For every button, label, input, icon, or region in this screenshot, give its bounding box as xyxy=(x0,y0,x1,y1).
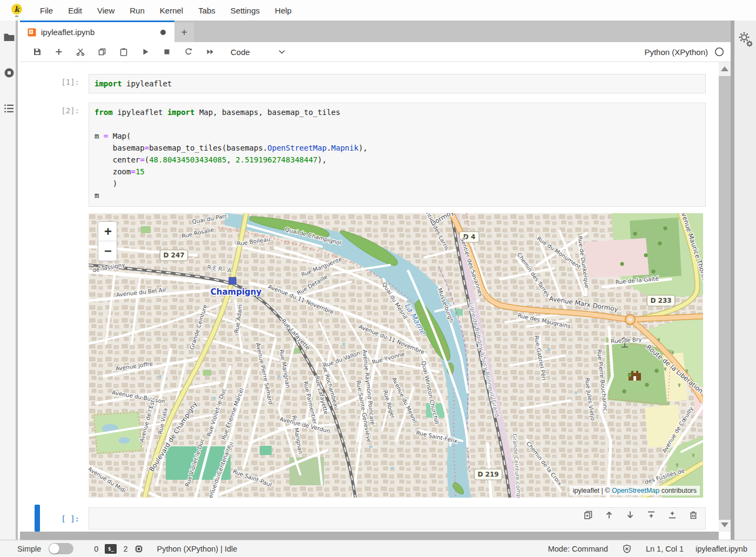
menu-file[interactable]: File xyxy=(32,6,60,15)
rer-station-marker xyxy=(229,277,236,284)
right-panel-divider xyxy=(731,21,734,540)
menu-view[interactable]: View xyxy=(90,6,122,15)
right-sidebar xyxy=(734,21,756,540)
attribution-prefix: ipyleaflet | © xyxy=(573,487,612,494)
jupyterlab-window: k File Edit View Run Kernel Tabs Setting… xyxy=(0,0,756,557)
property-inspector-gear-icon[interactable] xyxy=(738,31,753,47)
menu-help[interactable]: Help xyxy=(267,6,299,15)
road-ref-badge: D 233 xyxy=(647,295,675,306)
run-cell-button[interactable] xyxy=(134,43,156,60)
terminal-icon[interactable]: $_ xyxy=(105,544,117,554)
cell-prompt: [2]: xyxy=(36,106,79,115)
zoom-in-button[interactable]: + xyxy=(98,222,117,241)
delete-cell-icon[interactable] xyxy=(688,510,699,520)
statusbar-filename: ipyleaflet.ipynb xyxy=(696,545,747,553)
cell-prompt: [ ]: xyxy=(36,514,79,523)
tab-title: ipyleaflet.ipynb xyxy=(41,28,160,37)
kernel-name[interactable]: Python (XPython) xyxy=(644,47,708,57)
code-cell-1[interactable]: import ipyleaflet xyxy=(89,74,706,93)
tab-bar: ipyleaflet.ipynb + xyxy=(20,21,732,42)
move-cell-down-icon[interactable] xyxy=(625,510,636,520)
svg-text:D 219: D 219 xyxy=(477,471,498,478)
notebook-icon xyxy=(28,28,36,37)
notebook-toolbar: Code Python (XPython) xyxy=(20,42,732,62)
tab-ipyleaflet[interactable]: ipyleaflet.ipynb xyxy=(20,21,174,42)
insert-cell-button[interactable] xyxy=(48,43,70,60)
openstreetmap-tiles: D 247D 4D 233D 219 Quai du ParcRue Rosal… xyxy=(89,213,703,498)
kernel-status-icon xyxy=(714,47,724,57)
cursor-position[interactable]: Ln 1, Col 1 xyxy=(646,545,684,553)
kernel-chip-icon[interactable] xyxy=(134,544,144,554)
kernel-session-count: 2 xyxy=(123,545,127,553)
run-all-cells-button[interactable] xyxy=(199,43,221,60)
kernel-logo-icon: k xyxy=(11,3,23,17)
insert-cell-above-icon[interactable] xyxy=(646,510,657,520)
save-button[interactable] xyxy=(26,43,48,60)
menu-run[interactable]: Run xyxy=(122,6,152,15)
toggle-knob xyxy=(49,544,59,554)
menu-edit[interactable]: Edit xyxy=(60,6,90,15)
move-cell-up-icon[interactable] xyxy=(604,510,615,520)
interrupt-kernel-button[interactable] xyxy=(156,43,178,60)
paste-cells-button[interactable] xyxy=(113,43,134,60)
cell-toolbar xyxy=(583,510,699,520)
new-tab-button[interactable]: + xyxy=(174,23,194,42)
menu-tabs[interactable]: Tabs xyxy=(191,6,223,15)
vertical-scrollbar[interactable] xyxy=(719,62,731,532)
map-attribution: ipyleaflet | © OpenStreetMap contributor… xyxy=(570,486,700,495)
road-ref-badge: D 219 xyxy=(474,469,502,480)
zoom-out-button[interactable]: − xyxy=(98,241,117,261)
unsaved-changes-dot[interactable] xyxy=(160,30,166,35)
menubar: k File Edit View Run Kernel Tabs Setting… xyxy=(0,0,756,21)
menu-kernel[interactable]: Kernel xyxy=(152,6,191,15)
status-bar: Simple 0 $_ 2 Python (XPython) | Idle Mo… xyxy=(0,540,756,557)
cell-type-value: Code xyxy=(231,47,250,57)
road-ref-badge: D 247 xyxy=(160,250,188,261)
restart-kernel-button[interactable] xyxy=(178,43,199,60)
station-label: Champigny xyxy=(211,287,262,297)
simple-mode-toggle[interactable] xyxy=(49,543,73,554)
scroll-up-arrow[interactable] xyxy=(721,66,728,71)
chevron-down-icon xyxy=(278,49,286,55)
scrollbar-thumb[interactable] xyxy=(719,76,731,520)
copy-cells-button[interactable] xyxy=(91,43,113,60)
svg-text:D 233: D 233 xyxy=(650,297,671,304)
cell-type-dropdown[interactable]: Code xyxy=(231,47,286,57)
command-mode-indicator: Mode: Command xyxy=(548,545,608,553)
cell-prompt: [1]: xyxy=(36,78,79,86)
running-sessions-icon[interactable] xyxy=(3,67,15,79)
trust-shield-icon[interactable] xyxy=(622,544,632,554)
svg-text:D 247: D 247 xyxy=(163,252,184,259)
left-activity-bar xyxy=(0,21,18,540)
insert-cell-below-icon[interactable] xyxy=(667,510,678,520)
simple-mode-label: Simple xyxy=(17,545,41,553)
notebook-panel: [1]: import ipyleaflet [2]: from ipyleaf… xyxy=(20,62,719,532)
horizontal-scrollbar-track[interactable] xyxy=(20,532,719,540)
cut-cells-button[interactable] xyxy=(70,43,91,60)
map-zoom-control: + − xyxy=(98,221,117,261)
attribution-suffix: contributors xyxy=(659,487,697,494)
map-widget[interactable]: D 247D 4D 233D 219 Quai du ParcRue Rosal… xyxy=(89,213,703,498)
duplicate-cell-icon[interactable] xyxy=(583,510,593,520)
file-browser-icon[interactable] xyxy=(3,31,15,43)
table-of-contents-icon[interactable] xyxy=(3,103,15,114)
kernel-status-text[interactable]: Python (XPython) | Idle xyxy=(157,545,237,553)
openstreetmap-link[interactable]: OpenStreetMap xyxy=(612,487,659,494)
scroll-down-arrow[interactable] xyxy=(721,522,728,527)
terminal-count: 0 xyxy=(94,545,98,553)
menu-settings[interactable]: Settings xyxy=(223,6,267,15)
code-cell-2[interactable]: from ipyleaflet import Map, basemaps, ba… xyxy=(89,103,706,207)
